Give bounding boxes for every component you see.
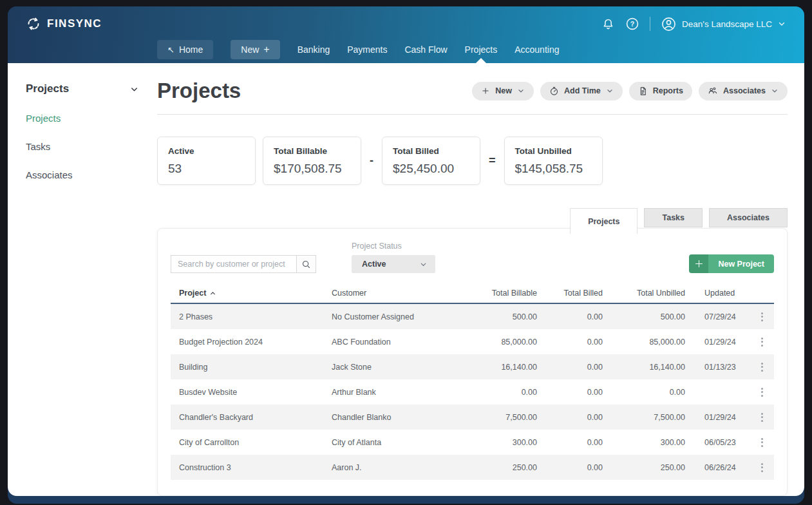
avatar-icon	[661, 16, 677, 32]
kebab-menu-icon[interactable]	[759, 410, 766, 424]
arrow-up-left-icon: ↖	[167, 45, 175, 55]
new-project-button[interactable]: New Project	[689, 254, 774, 273]
account-name: Dean's Landscape LLC	[682, 19, 772, 29]
nav-payments[interactable]: Payments	[347, 36, 387, 63]
tab-tasks[interactable]: Tasks	[644, 208, 703, 227]
stats-row: Active 53 Total Billable $170,508.75 - T…	[157, 137, 788, 185]
app-header: FINSYNC ?	[8, 6, 804, 63]
nav-accounting[interactable]: Accounting	[515, 36, 559, 63]
sync-logo-icon	[26, 16, 41, 32]
kebab-menu-icon[interactable]	[759, 360, 766, 374]
brand-name: FINSYNC	[47, 17, 102, 30]
panel-tabs: Projects Tasks Associates	[157, 208, 788, 234]
people-icon	[708, 86, 718, 96]
sidebar: Projects Projects Tasks Associates	[8, 63, 151, 496]
new-button[interactable]: New	[472, 82, 534, 100]
nav-new[interactable]: New +	[231, 40, 279, 59]
help-icon[interactable]: ?	[625, 17, 639, 31]
kebab-menu-icon[interactable]	[759, 335, 766, 349]
svg-text:?: ?	[630, 20, 634, 28]
stat-card-active: Active 53	[157, 137, 256, 185]
nav-home[interactable]: ↖ Home	[157, 40, 213, 59]
table-row[interactable]: Chandler's BackyardChandler Blanko7,500.…	[171, 405, 774, 430]
stat-card-total-unbilled: Total Unbilled $145,058.75	[504, 137, 603, 185]
search-group	[171, 255, 316, 273]
plus-icon: +	[263, 44, 269, 55]
table-row[interactable]: BuildingJack Stone16,140.000.0016,140.00…	[171, 354, 774, 379]
chevron-down-icon	[606, 87, 614, 95]
kebab-menu-icon[interactable]	[759, 385, 766, 399]
projects-table: Project Customer Total Billable Total Bi…	[171, 289, 774, 480]
column-header-project[interactable]: Project	[171, 289, 332, 298]
notifications-bell-icon[interactable]	[601, 17, 615, 31]
table-header: Project Customer Total Billable Total Bi…	[171, 289, 774, 304]
sidebar-item-associates[interactable]: Associates	[26, 169, 139, 180]
column-header-customer[interactable]: Customer	[332, 289, 473, 298]
table-row[interactable]: Budget Projection 2024ABC Foundation85,0…	[171, 329, 774, 354]
sidebar-item-projects[interactable]: Projects	[26, 113, 139, 124]
table-row[interactable]: Construction 3Aaron J.250.000.00250.0006…	[171, 455, 774, 480]
clock-icon	[549, 86, 559, 96]
search-input[interactable]	[171, 255, 297, 273]
add-time-button[interactable]: Add Time	[540, 82, 623, 100]
page-title: Projects	[157, 79, 241, 103]
header-divider	[650, 17, 650, 31]
sidebar-item-tasks[interactable]: Tasks	[26, 141, 139, 152]
main-nav: ↖ Home New + Banking Payments Cash Flow …	[8, 36, 804, 63]
table-row[interactable]: City of CarrolltonCity of Atlanta300.000…	[171, 430, 774, 455]
nav-cash-flow[interactable]: Cash Flow	[404, 36, 447, 63]
plus-icon	[689, 254, 708, 273]
page-actions: New Add Time Reports Associates	[472, 82, 788, 100]
column-header-total-unbilled[interactable]: Total Unbilled	[603, 289, 685, 298]
status-filter-label: Project Status	[352, 242, 435, 251]
search-button[interactable]	[297, 255, 316, 273]
equals-operator: =	[487, 154, 497, 167]
main-panel: Projects New Add Time Reports	[151, 63, 804, 496]
brand-logo: FINSYNC	[26, 16, 102, 32]
tab-associates[interactable]: Associates	[709, 208, 788, 227]
table-body: 2 PhasesNo Customer Assigned500.000.0050…	[171, 304, 774, 480]
app-window: FINSYNC ?	[8, 6, 804, 504]
column-header-updated[interactable]: Updated	[685, 289, 750, 298]
stat-card-total-billed: Total Billed $25,450.00	[382, 137, 480, 185]
associates-button[interactable]: Associates	[699, 82, 788, 100]
sort-asc-icon	[209, 290, 216, 297]
nav-banking[interactable]: Banking	[297, 36, 330, 63]
active-tab-indicator	[476, 58, 486, 63]
document-icon	[638, 86, 648, 96]
account-menu[interactable]: Dean's Landscape LLC	[661, 16, 786, 32]
kebab-menu-icon[interactable]	[759, 461, 766, 475]
reports-button[interactable]: Reports	[629, 82, 692, 100]
chevron-down-icon	[777, 19, 786, 28]
chevron-down-icon	[419, 260, 428, 269]
tab-projects[interactable]: Projects	[570, 208, 637, 234]
projects-panel: Project Status Active New Project	[157, 228, 788, 496]
status-filter-group: Project Status Active	[352, 242, 435, 273]
chevron-down-icon	[517, 87, 525, 95]
chevron-down-icon	[771, 87, 779, 95]
status-filter-select[interactable]: Active	[352, 255, 435, 273]
nav-projects[interactable]: Projects	[465, 36, 498, 63]
sidebar-section-header[interactable]: Projects	[26, 82, 139, 95]
plus-icon	[481, 86, 490, 95]
stat-card-total-billable: Total Billable $170,508.75	[263, 137, 361, 185]
table-row[interactable]: Busdev WebsiteArthur Blank0.000.000.00	[171, 379, 774, 405]
column-header-total-billable[interactable]: Total Billable	[473, 289, 537, 298]
search-icon	[301, 260, 311, 269]
content-area: Projects Projects Tasks Associates Proje…	[8, 63, 804, 496]
title-divider	[157, 114, 788, 115]
kebab-menu-icon[interactable]	[759, 310, 766, 324]
table-row[interactable]: 2 PhasesNo Customer Assigned500.000.0050…	[171, 304, 774, 329]
minus-operator: -	[368, 154, 375, 167]
kebab-menu-icon[interactable]	[759, 435, 766, 450]
column-header-total-billed[interactable]: Total Billed	[537, 289, 603, 298]
chevron-down-icon	[129, 84, 139, 94]
